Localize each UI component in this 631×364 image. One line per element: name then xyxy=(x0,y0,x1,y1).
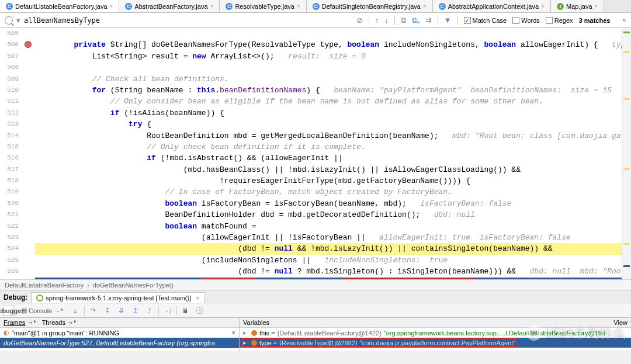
step-over-icon[interactable]: ↷ xyxy=(88,306,99,316)
highlight-box xyxy=(242,338,516,347)
search-bar: ▾ ⊘ ↑ ↓ ⧉ ⧉₊ ⇉ ▼ ✓Match Case Words Regex… xyxy=(0,13,631,28)
object-icon xyxy=(251,330,257,336)
class-icon: C xyxy=(6,3,13,10)
close-icon[interactable]: × xyxy=(110,3,113,9)
prev-match-icon[interactable]: ↑ xyxy=(375,16,379,25)
file-tab-0[interactable]: CDefaultListableBeanFactory.java× xyxy=(0,0,119,12)
variables-tab[interactable]: Variables xyxy=(243,319,269,326)
class-icon: C xyxy=(439,3,446,10)
thread-icon: ◐ xyxy=(4,329,9,337)
file-tab-bar: CDefaultListableBeanFactory.java× CAbstr… xyxy=(0,0,631,13)
file-tab-5[interactable]: IMap.java× xyxy=(551,0,604,12)
regex-checkbox[interactable]: Regex xyxy=(546,17,573,24)
expand-icon[interactable]: ▸ xyxy=(243,329,249,337)
line-number-gutter: 5055065075085095105115125135145155165175… xyxy=(0,28,21,279)
words-checkbox[interactable]: Words xyxy=(512,17,540,24)
close-icon[interactable]: × xyxy=(297,3,300,9)
tab-debugger[interactable]: Debugger xyxy=(4,306,14,316)
add-selection-icon[interactable]: ⧉₊ xyxy=(412,16,419,25)
breadcrumb-method[interactable]: doGetBeanNamesForType() xyxy=(93,282,174,289)
close-icon[interactable]: × xyxy=(595,3,598,9)
class-icon: C xyxy=(313,3,320,10)
file-tab-4[interactable]: CAbstractApplicationContext.java× xyxy=(433,0,551,12)
file-tab-3[interactable]: CDefaultSingletonBeanRegistry.java× xyxy=(307,0,433,12)
run-config-tab[interactable]: spring-framework-5.1.x:my-spring-test [T… xyxy=(31,292,204,303)
select-all-icon[interactable]: ⧉ xyxy=(401,16,406,25)
tab-console[interactable]: ▤ Console →* xyxy=(18,306,67,316)
frames-panel: Frames →* Threads →* ◐ "main"@1 in group… xyxy=(0,318,240,351)
run-to-cursor-icon[interactable]: →| xyxy=(162,306,173,316)
stack-frame[interactable]: doGetBeanNamesForType:527, DefaultListab… xyxy=(0,338,239,348)
dropdown-icon[interactable]: ▾ xyxy=(232,329,235,337)
interface-icon: I xyxy=(557,3,564,10)
close-icon[interactable]: × xyxy=(423,3,427,9)
class-icon: C xyxy=(226,3,233,10)
dropdown-icon[interactable]: ▾ xyxy=(16,16,20,25)
view-link[interactable]: View xyxy=(613,319,627,326)
debug-tab-header: Debug: spring-framework-5.1.x:my-spring-… xyxy=(0,291,631,304)
editor[interactable]: 5055065075085095105115125135145155165175… xyxy=(0,28,631,279)
debug-body: Frames →* Threads →* ◐ "main"@1 in group… xyxy=(0,318,631,351)
clear-search-icon[interactable]: ⊘ xyxy=(356,16,363,25)
debug-label: Debug: xyxy=(4,293,27,301)
evaluate-icon[interactable]: 🖩 xyxy=(181,306,191,316)
frames-tab[interactable]: Frames →* xyxy=(4,319,36,326)
debug-toolbar: Debugger ▤ Console →* ≡ ↷ ↧ ⇊ ↥ ⤴ →| 🖩 🕓 xyxy=(0,304,631,318)
marker-gutter: ? xyxy=(21,28,35,279)
close-icon[interactable]: × xyxy=(210,3,214,9)
toggle-icon[interactable]: ⇉ xyxy=(425,16,432,25)
filter-icon[interactable]: ▼ xyxy=(444,16,452,25)
step-out-icon[interactable]: ↥ xyxy=(130,306,141,316)
breadcrumb-class[interactable]: DefaultListableBeanFactory xyxy=(5,282,84,289)
close-icon[interactable]: × xyxy=(196,294,199,301)
close-icon[interactable]: × xyxy=(541,3,545,9)
file-tab-2[interactable]: CResolvableType.java× xyxy=(220,0,306,12)
file-tab-1[interactable]: CAbstractBeanFactory.java× xyxy=(119,0,220,12)
threads-dropdown-icon[interactable]: ≡ xyxy=(70,306,81,316)
spring-icon xyxy=(36,294,43,301)
trace-icon[interactable]: 🕓 xyxy=(195,306,205,316)
thread-row[interactable]: ◐ "main"@1 in group "main": RUNNING ▾ xyxy=(0,328,239,338)
drop-frame-icon[interactable]: ⤴ xyxy=(144,306,155,316)
search-icon xyxy=(5,16,13,25)
error-stripe[interactable] xyxy=(622,28,631,279)
class-icon: C xyxy=(125,3,132,10)
match-case-checkbox[interactable]: ✓Match Case xyxy=(464,17,507,24)
match-count: 3 matches xyxy=(579,17,611,24)
breadcrumb: DefaultListableBeanFactory › doGetBeanNa… xyxy=(0,279,631,291)
next-match-icon[interactable]: ↓ xyxy=(384,16,389,25)
threads-tab[interactable]: Threads →* xyxy=(42,319,77,326)
step-into-icon[interactable]: ↧ xyxy=(102,306,113,316)
force-step-into-icon[interactable]: ⇊ xyxy=(116,306,127,316)
var-this[interactable]: ▸ this = {DefaultListableBeanFactory@142… xyxy=(240,328,631,338)
variables-panel: VariablesView ▸ this = {DefaultListableB… xyxy=(240,318,631,351)
close-search-icon[interactable]: × xyxy=(622,16,626,25)
code-area[interactable]: private String[] doGetBeanNamesForType(R… xyxy=(35,28,622,279)
search-input[interactable] xyxy=(24,16,353,25)
